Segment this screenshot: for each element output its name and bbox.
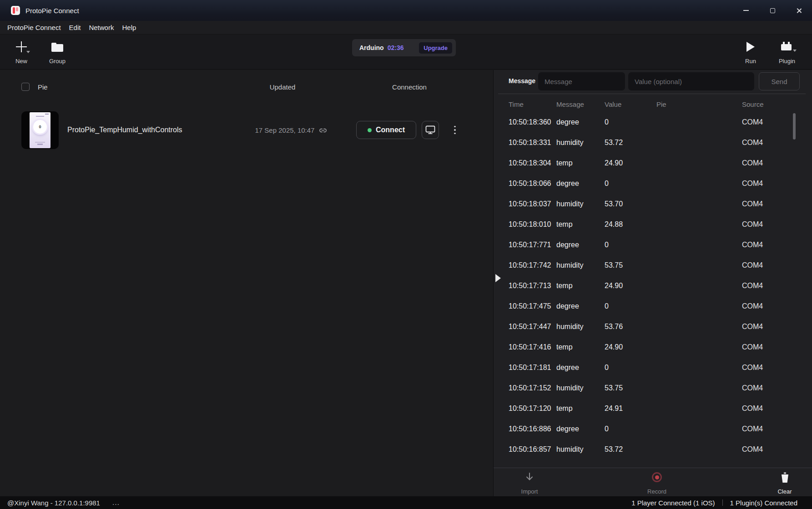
log-cell-message: degree (556, 180, 605, 188)
log-cell-time: 10:50:17:416 (509, 343, 556, 351)
message-label: Message (509, 77, 535, 85)
log-cell-source: COM4 (742, 384, 812, 392)
connect-button[interactable]: Connect (356, 121, 416, 139)
new-button[interactable]: New (7, 39, 35, 65)
console-footer: Import Record Clear (494, 468, 812, 496)
send-button[interactable]: Send (759, 72, 800, 90)
run-button[interactable]: Run (736, 39, 765, 65)
updated-column-header: Updated (242, 83, 323, 91)
log-cell-time: 10:50:17:475 (509, 302, 556, 310)
log-header-value: Value (605, 100, 656, 108)
log-cell-source: COM4 (742, 180, 812, 188)
log-cell-time: 10:50:17:771 (509, 241, 556, 249)
log-row: 10:50:17:152humidity53.75COM4 (494, 378, 812, 398)
log-cell-message: degree (556, 364, 605, 372)
close-icon (796, 8, 802, 14)
pie-thumbnail-dial: 0 (33, 120, 47, 134)
pie-updated: 17 Sep 2025, 10:47 (248, 111, 334, 149)
log-cell-source: COM4 (742, 302, 812, 310)
more-options-button[interactable] (451, 121, 459, 139)
log-cell-source: COM4 (742, 118, 812, 126)
select-all-checkbox[interactable] (21, 83, 30, 91)
log-row: 10:50:17:742humidity53.75COM4 (494, 255, 812, 275)
log-cell-value: 53.72 (605, 445, 656, 454)
scrollbar-thumb[interactable] (793, 113, 796, 140)
log-cell-value: 24.90 (605, 159, 656, 167)
chevron-down-icon (793, 50, 797, 52)
group-label: Group (49, 58, 66, 65)
log-row: 10:50:18:360degree0COM4 (494, 112, 812, 132)
message-input[interactable] (538, 72, 625, 90)
status-players: 1 Player Connected (1 iOS) (631, 499, 715, 507)
log-cell-value: 0 (605, 180, 656, 188)
menu-protopie-connect[interactable]: ProtoPie Connect (3, 24, 65, 31)
plugin-button[interactable]: Plugin (773, 39, 801, 65)
log-cell-source: COM4 (742, 425, 812, 433)
log-row: 10:50:18:304temp24.90COM4 (494, 153, 812, 173)
message-console-panel: Message Send Time Message Value Pie Sour… (493, 70, 812, 496)
pie-row: 0 ProtoPie_TempHumid_withControls 17 Sep… (0, 111, 493, 149)
connect-label: Connect (376, 126, 405, 134)
log-cell-time: 10:50:18:037 (509, 200, 556, 208)
title-bar: ProtoPie Connect (0, 0, 812, 21)
pie-column-header: Pie (38, 83, 48, 91)
log-row: 10:50:16:857humidity53.72COM4 (494, 439, 812, 459)
device-name: Arduino (359, 44, 384, 51)
download-arrow-icon (525, 472, 535, 482)
maximize-button[interactable] (759, 0, 786, 21)
mirror-button[interactable] (422, 121, 439, 139)
log-cell-time: 10:50:16:857 (509, 445, 556, 454)
status-more-button[interactable]: … (112, 498, 121, 507)
log-cell-time: 10:50:17:181 (509, 364, 556, 372)
log-cell-value: 53.76 (605, 323, 656, 331)
upgrade-button[interactable]: Upgrade (419, 42, 452, 54)
log-cell-message: degree (556, 118, 605, 126)
log-row: 10:50:17:416temp24.90COM4 (494, 337, 812, 357)
group-button[interactable]: Group (43, 39, 71, 65)
log-cell-source: COM4 (742, 364, 812, 372)
window-controls (733, 0, 812, 21)
minimize-button[interactable] (733, 0, 759, 21)
menu-help[interactable]: Help (118, 24, 140, 31)
device-badge[interactable]: Arduino 02:36 Upgrade (352, 39, 456, 56)
log-cell-message: humidity (556, 323, 605, 331)
log-cell-message: temp (556, 282, 605, 290)
log-row: 10:50:17:713temp24.90COM4 (494, 275, 812, 296)
clear-button[interactable]: Clear (764, 472, 805, 495)
log-row: 10:50:17:447humidity53.76COM4 (494, 316, 812, 337)
log-cell-source: COM4 (742, 220, 812, 229)
menu-edit[interactable]: Edit (65, 24, 85, 31)
pie-thumbnail[interactable]: 0 (21, 111, 59, 149)
log-cell-source: COM4 (742, 261, 812, 269)
plus-icon (15, 41, 27, 53)
trash-icon (780, 472, 789, 483)
log-header-pie: Pie (656, 100, 742, 108)
link-icon[interactable] (319, 126, 327, 135)
pie-name[interactable]: ProtoPie_TempHumid_withControls (67, 126, 182, 134)
log-row: 10:50:18:037humidity53.70COM4 (494, 194, 812, 214)
log-cell-time: 10:50:17:713 (509, 282, 556, 290)
log-cell-time: 10:50:17:742 (509, 261, 556, 269)
log-cell-time: 10:50:18:360 (509, 118, 556, 126)
log-cell-message: humidity (556, 445, 605, 454)
import-button[interactable]: Import (509, 472, 550, 495)
main-area: Pie Updated Connection 0 ProtoPie_TempHu… (0, 70, 812, 496)
run-label: Run (745, 58, 756, 65)
new-label: New (15, 58, 27, 65)
close-button[interactable] (786, 0, 812, 21)
menu-network[interactable]: Network (85, 24, 118, 31)
log-header-time: Time (509, 100, 556, 108)
log-cell-value: 53.75 (605, 384, 656, 392)
menu-bar: ProtoPie Connect Edit Network Help (0, 21, 812, 35)
log-cell-message: humidity (556, 384, 605, 392)
log-row: 10:50:17:771degree0COM4 (494, 235, 812, 255)
log-row: 10:50:17:120temp24.91COM4 (494, 398, 812, 419)
value-input[interactable] (628, 72, 754, 90)
log-row: 10:50:18:066degree0COM4 (494, 173, 812, 194)
pie-list-panel: Pie Updated Connection 0 ProtoPie_TempHu… (0, 70, 493, 496)
record-button[interactable]: Record (636, 472, 677, 495)
connection-column-header: Connection (368, 83, 450, 91)
log-cell-value: 0 (605, 364, 656, 372)
log-cell-value: 24.88 (605, 220, 656, 229)
log-rows: 10:50:18:360degree0COM410:50:18:331humid… (494, 112, 812, 459)
